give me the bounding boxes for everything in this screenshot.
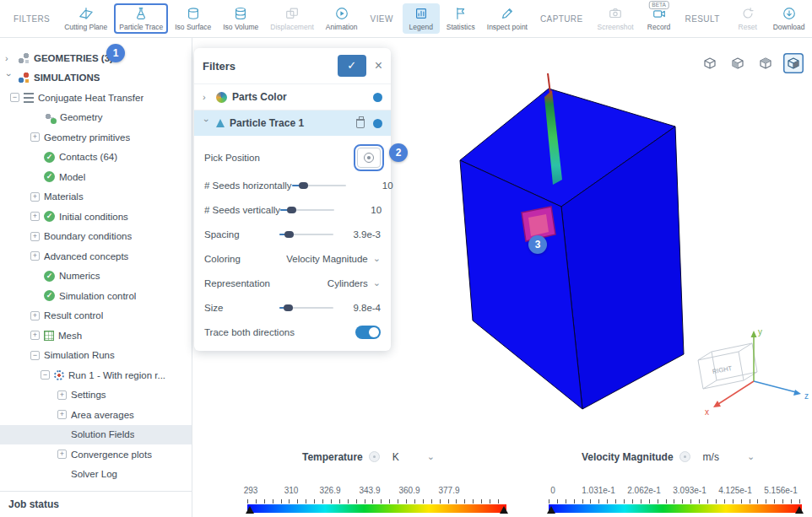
expand-icon[interactable]: + [30,192,40,202]
chevron-right-icon[interactable]: › [5,53,14,63]
expand-icon[interactable]: + [30,132,40,142]
chevron-down-icon[interactable]: › [4,73,14,82]
legend-unit[interactable]: m/s [703,451,719,463]
statistics-button[interactable]: Statistics [441,3,480,34]
tree-item-geometries[interactable]: › GEOMETRIES (3) [0,48,192,68]
tree-item-contacts[interactable]: ✓ Contacts (64) [0,148,192,168]
close-icon[interactable]: × [375,59,382,73]
tree-item-settings[interactable]: + Settings [0,385,192,406]
range-min-marker[interactable] [547,506,555,514]
inspect-point-button[interactable]: Inspect point [482,3,533,34]
simulation-icon [24,93,34,103]
tree-item-solver-log[interactable]: Solver Log [0,465,192,485]
displacement-button[interactable]: Displacement [265,3,319,34]
job-status-bar[interactable]: Job status [0,491,192,517]
reset-button[interactable]: Reset [729,3,766,34]
view-mode-button-3[interactable] [755,53,776,73]
tree-item-geometry-primitives[interactable]: + Geometry primitives [0,127,192,148]
expand-icon[interactable]: + [30,311,40,320]
temperature-colorbar [247,504,506,513]
visibility-dot[interactable] [373,119,382,128]
expand-icon[interactable]: + [57,450,67,459]
tree-item-boundary-conditions[interactable]: + Boundary conditions [0,227,192,247]
beta-badge: BETA [648,1,669,9]
seeds-horizontal-slider[interactable] [292,180,346,191]
chevron-right-icon[interactable]: › [203,92,211,102]
visibility-dot[interactable] [373,93,382,102]
tree-item-convergence-plots[interactable]: + Convergence plots [0,444,192,465]
tree-item-initial-conditions[interactable]: + ✓ Initial conditions [0,207,192,227]
download-button[interactable]: Download [768,3,810,34]
tree-item-area-averages[interactable]: + Area averages [0,405,192,425]
tree-item-label: Model [59,172,85,182]
particle-trace-button[interactable]: Particle Trace [114,3,168,34]
legend-settings-icon[interactable] [369,451,380,462]
collapse-icon[interactable]: − [41,370,50,380]
apply-button[interactable]: ✓ [338,55,366,77]
legend-icon [413,6,430,21]
tree-item-simulations[interactable]: › SIMULATIONS [0,68,192,89]
tree-item-label: Convergence plots [71,450,152,460]
tick-label: 293 [244,486,258,495]
legend-button[interactable]: Legend [403,3,440,34]
expand-icon[interactable]: + [30,232,40,241]
coloring-select[interactable]: Velocity Magnitude ⌄ [286,253,381,264]
expand-icon[interactable]: + [30,251,40,261]
chevron-down-icon[interactable]: › [202,119,212,127]
coloring-value: Velocity Magnitude [286,254,368,264]
view-cube-gizmo[interactable]: RIGHT [698,343,757,389]
chevron-down-icon[interactable]: ⌄ [427,451,435,462]
tree-item-run-1[interactable]: − Run 1 - With region r... [0,365,192,385]
tree-item-advanced-concepts[interactable]: + Advanced concepts [0,246,192,267]
legend-unit[interactable]: K [392,451,399,463]
expand-icon[interactable]: + [57,390,67,400]
representation-select[interactable]: Cylinders ⌄ [328,277,381,288]
expand-icon[interactable]: + [30,331,40,340]
animation-button[interactable]: Animation [321,3,363,34]
annotation-badge-2: 2 [389,143,408,162]
screenshot-button[interactable]: Screenshot [593,3,639,34]
tree-item-result-control[interactable]: + Result control [0,306,192,326]
temperature-legend-ticks: 293 310 326.9 343.9 360.9 377.9 [223,486,514,497]
tree-item-mesh[interactable]: + Mesh [0,326,192,346]
parts-color-section[interactable]: › Parts Color [194,83,391,110]
legend-settings-icon[interactable] [679,451,690,462]
trace-both-directions-toggle[interactable] [355,326,381,339]
tree-item-numerics[interactable]: ✓ Numerics [0,267,192,287]
expand-icon[interactable]: + [30,212,40,221]
tree-item-materials[interactable]: + Materials [0,187,192,207]
size-slider[interactable] [279,302,333,314]
seeds-horizontal-row: # Seeds horizontally 10 [194,173,391,197]
tree-item-model[interactable]: ✓ Model [0,167,192,187]
collapse-icon[interactable]: − [10,93,19,102]
tree-item-solution-fields[interactable]: Solution Fields [0,425,192,445]
cutting-plane-button[interactable]: Cutting Plane [59,3,112,34]
delete-icon[interactable] [356,119,365,128]
tree-item-geometry[interactable]: Geometry [0,108,192,128]
tree-item-conjugate-heat-transfer[interactable]: − Conjugate Heat Transfer [0,88,192,108]
tree-item-simulation-control[interactable]: ✓ Simulation control [0,286,192,306]
range-max-marker[interactable] [795,506,804,514]
collapse-icon[interactable]: − [30,351,40,360]
view-mode-button-1[interactable] [700,53,720,73]
trace-both-directions-row: Trace both directions [194,320,391,344]
iso-volume-button[interactable]: Iso Volume [218,3,263,34]
expand-icon[interactable]: + [57,410,67,419]
view-mode-button-4[interactable] [783,53,804,73]
pick-position-button[interactable] [357,148,381,168]
camera-icon [607,6,624,21]
seeds-vertical-slider[interactable] [280,204,334,216]
axis-z-label: z [804,391,809,401]
record-button[interactable]: BETA Record [641,3,678,34]
range-max-marker[interactable] [500,506,508,514]
check-icon: ✓ [44,171,55,182]
section-label: Parts Color [232,91,368,103]
spacing-slider[interactable] [279,229,333,240]
range-min-marker[interactable] [246,506,254,514]
tree-item-label: Settings [71,390,106,400]
view-mode-button-2[interactable] [728,53,748,73]
iso-surface-button[interactable]: Iso Surface [170,3,216,34]
tree-item-simulation-runs[interactable]: − Simulation Runs [0,346,192,366]
particle-trace-1-section[interactable]: › Particle Trace 1 [194,110,391,136]
chevron-down-icon[interactable]: ⌄ [747,451,755,462]
